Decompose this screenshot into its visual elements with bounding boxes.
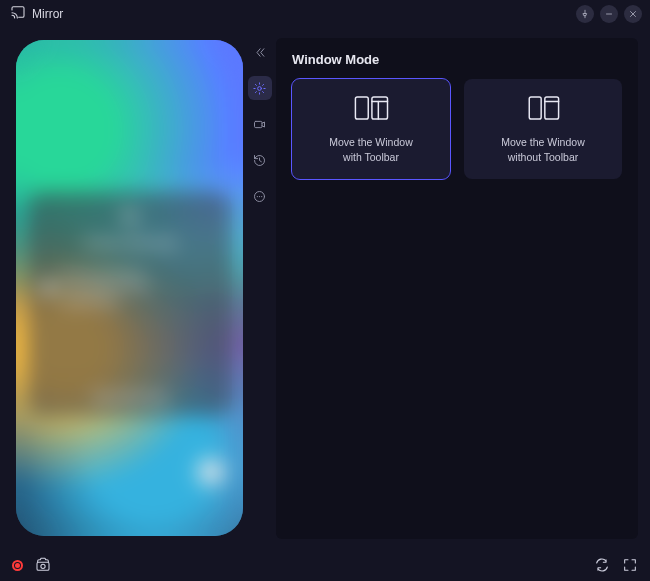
screenshot-button[interactable] <box>35 557 51 573</box>
app-title: Mirror <box>32 7 63 21</box>
window-mode-with-toolbar[interactable]: Move the Window with Toolbar <box>292 79 450 179</box>
phone-preview-column: Screen Mirroring tv FoneLab Phone Mirror… <box>0 28 247 549</box>
window-mode-cards: Move the Window with Toolbar Move the Wi… <box>292 79 622 179</box>
cc-title: Screen Mirroring <box>83 236 175 250</box>
record-icon <box>12 560 23 571</box>
svg-rect-15 <box>37 562 49 570</box>
cc-device-label: FoneLab Phone Mirror[DESKTOP-HJSPR3G] <box>61 266 194 309</box>
svg-point-16 <box>41 564 45 568</box>
bottom-bar <box>0 549 650 581</box>
phone-preview: Screen Mirroring tv FoneLab Phone Mirror… <box>16 40 243 536</box>
record-tool[interactable] <box>248 112 272 136</box>
app-window: Mirror Screen Mirroring <box>0 0 650 581</box>
svg-rect-3 <box>255 121 263 127</box>
screen-mirroring-card: Screen Mirroring tv FoneLab Phone Mirror… <box>27 192 232 416</box>
pin-button[interactable] <box>576 5 594 23</box>
cast-icon <box>10 4 26 24</box>
settings-panel: Window Mode Move the Window with Toolbar <box>276 38 638 539</box>
svg-rect-0 <box>122 211 132 219</box>
side-toolstrip <box>247 28 272 549</box>
card-line2: without Toolbar <box>508 150 578 164</box>
settings-tool[interactable] <box>248 76 272 100</box>
card-line2: with Toolbar <box>343 150 399 164</box>
cc-empty-row <box>39 320 220 340</box>
svg-point-2 <box>258 86 262 90</box>
cc-empty-row <box>39 340 220 360</box>
cc-empty-row <box>39 360 220 380</box>
window-mode-without-toolbar[interactable]: Move the Window without Toolbar <box>464 79 622 179</box>
screen-mirroring-icon <box>118 206 142 230</box>
card-line1: Move the Window <box>329 135 412 149</box>
card-line1: Move the Window <box>501 135 584 149</box>
assistive-touch-button[interactable] <box>195 456 227 488</box>
check-icon <box>202 279 216 296</box>
panel-title: Window Mode <box>292 52 622 67</box>
svg-point-5 <box>257 195 258 196</box>
collapse-panel-button[interactable] <box>248 40 272 64</box>
fullscreen-button[interactable] <box>622 557 638 573</box>
titlebar: Mirror <box>0 0 650 28</box>
svg-rect-1 <box>127 214 137 222</box>
cc-header: Screen Mirroring <box>39 206 220 250</box>
svg-point-6 <box>259 195 260 196</box>
minimize-button[interactable] <box>600 5 618 23</box>
window-with-toolbar-icon <box>349 94 393 125</box>
svg-point-7 <box>261 195 262 196</box>
history-tool[interactable] <box>248 148 272 172</box>
cc-device-item[interactable]: tv FoneLab Phone Mirror[DESKTOP-HJSPR3G] <box>39 260 220 320</box>
main-area: Screen Mirroring tv FoneLab Phone Mirror… <box>0 28 650 549</box>
more-tool[interactable] <box>248 184 272 208</box>
svg-rect-12 <box>529 97 541 119</box>
appletv-icon: tv <box>43 281 53 294</box>
record-button[interactable] <box>12 560 23 571</box>
window-without-toolbar-icon <box>521 94 565 125</box>
stop-mirroring-button[interactable]: Stop Mirroring <box>39 380 220 406</box>
cc-device-list: tv FoneLab Phone Mirror[DESKTOP-HJSPR3G] <box>39 260 220 380</box>
rotate-button[interactable] <box>594 557 610 573</box>
close-button[interactable] <box>624 5 642 23</box>
svg-rect-8 <box>355 97 368 119</box>
svg-rect-9 <box>372 97 388 119</box>
svg-rect-13 <box>545 97 559 119</box>
